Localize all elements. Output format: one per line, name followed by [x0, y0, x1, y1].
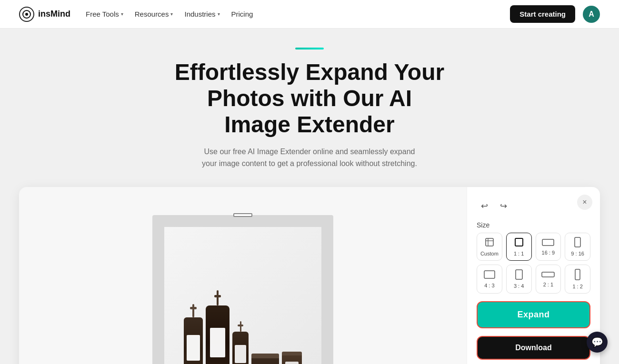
size-label: Size	[477, 221, 590, 229]
size-1-2-label: 1 : 2	[572, 284, 582, 289]
image-area	[19, 187, 467, 364]
size-4-3[interactable]: 4 : 3	[477, 265, 502, 294]
svg-rect-10	[542, 272, 554, 277]
size-3-4[interactable]: 3 : 4	[506, 265, 532, 294]
svg-rect-2	[486, 238, 493, 246]
nav-links: Free Tools ▾ Resources ▾ Industries ▾ Pr…	[86, 10, 253, 18]
avatar[interactable]: A	[583, 6, 600, 23]
expand-button[interactable]: Expand	[477, 301, 590, 328]
size-section: Size Custom 1 : 1	[477, 221, 590, 294]
chevron-down-icon: ▾	[170, 11, 173, 17]
nav-industries-label: Industries	[184, 10, 215, 18]
undo-icon: ↩	[481, 201, 488, 211]
accent-line	[295, 48, 324, 49]
resize-handle-top[interactable]	[233, 213, 252, 217]
svg-rect-6	[542, 239, 554, 246]
nav-resources[interactable]: Resources ▾	[135, 10, 173, 18]
download-button[interactable]: Download	[477, 336, 590, 360]
size-grid: Custom 1 : 1 16 : 9	[477, 233, 590, 294]
main-content: Effortlessly Expand Your Photos with Our…	[0, 29, 619, 364]
size-2-1[interactable]: 2 : 1	[536, 265, 561, 294]
size-16-9[interactable]: 16 : 9	[536, 233, 561, 261]
navbar-left: insMind Free Tools ▾ Resources ▾ Industr…	[19, 7, 253, 22]
nav-free-tools[interactable]: Free Tools ▾	[86, 10, 123, 18]
size-1-1[interactable]: 1 : 1	[506, 233, 532, 261]
size-4-3-icon	[484, 270, 495, 281]
size-4-3-label: 4 : 3	[484, 283, 494, 288]
size-2-1-label: 2 : 1	[543, 282, 553, 287]
size-1-1-icon	[514, 237, 524, 249]
size-2-1-icon	[541, 271, 555, 280]
svg-rect-9	[516, 270, 522, 279]
svg-rect-11	[575, 269, 580, 280]
size-3-4-icon	[515, 269, 523, 281]
logo[interactable]: insMind	[19, 7, 70, 22]
undo-redo-section: ↩ ↪	[477, 198, 590, 214]
size-9-16[interactable]: 9 : 16	[565, 233, 590, 261]
redo-icon: ↪	[500, 201, 507, 211]
start-creating-button[interactable]: Start creating	[510, 5, 575, 23]
size-custom-label: Custom	[480, 251, 499, 256]
size-3-4-label: 3 : 4	[514, 283, 524, 289]
svg-rect-5	[515, 238, 523, 246]
chevron-down-icon: ▾	[121, 11, 123, 17]
canvas-outer	[143, 215, 343, 364]
sidebar: × ↩ ↪ Size Cust	[467, 187, 600, 364]
size-9-16-label: 9 : 16	[571, 251, 584, 256]
logo-text: insMind	[38, 9, 70, 19]
size-1-2[interactable]: 1 : 2	[565, 265, 590, 294]
hero-section: Effortlessly Expand Your Photos with Our…	[0, 48, 619, 138]
close-button[interactable]: ×	[577, 195, 592, 210]
size-1-2-icon	[575, 269, 580, 282]
product-image	[164, 227, 321, 364]
tool-card: × ↩ ↪ Size Cust	[19, 187, 600, 364]
svg-rect-7	[575, 237, 580, 247]
svg-rect-8	[484, 271, 495, 278]
size-custom[interactable]: Custom	[477, 233, 502, 261]
hero-title: Effortlessly Expand Your Photos with Our…	[0, 59, 619, 138]
nav-pricing-label: Pricing	[231, 10, 253, 18]
chat-icon: 💬	[591, 336, 603, 348]
navbar-right: Start creating A	[510, 5, 600, 23]
nav-industries[interactable]: Industries ▾	[184, 10, 220, 18]
hero-subtitle: Use our free AI Image Extender online an…	[0, 146, 619, 170]
size-16-9-label: 16 : 9	[542, 250, 555, 256]
nav-resources-label: Resources	[135, 10, 169, 18]
chat-widget[interactable]: 💬	[587, 332, 608, 353]
custom-icon	[484, 237, 495, 249]
nav-pricing[interactable]: Pricing	[231, 10, 253, 18]
svg-point-1	[25, 13, 28, 16]
nav-free-tools-label: Free Tools	[86, 10, 119, 18]
navbar: insMind Free Tools ▾ Resources ▾ Industr…	[0, 0, 619, 29]
size-1-1-label: 1 : 1	[514, 251, 524, 256]
size-9-16-icon	[574, 237, 581, 249]
size-16-9-icon	[542, 238, 554, 248]
logo-icon	[19, 7, 34, 22]
redo-button[interactable]: ↪	[496, 198, 511, 214]
canvas-image	[164, 227, 321, 364]
undo-button[interactable]: ↩	[477, 198, 492, 214]
chevron-down-icon: ▾	[218, 11, 220, 17]
